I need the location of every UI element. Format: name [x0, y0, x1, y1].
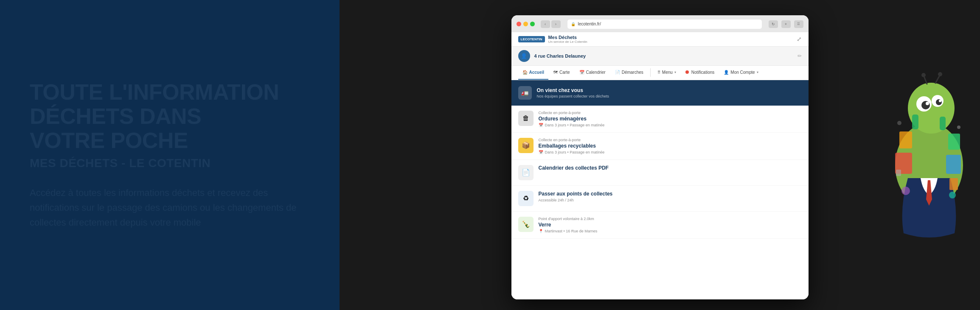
map-icon: 🗺	[553, 70, 558, 75]
svg-rect-20	[940, 117, 946, 130]
item-title-calendrier: Calendrier des collectes PDF	[539, 165, 802, 171]
nav-item-notifications[interactable]: Notifications	[681, 66, 719, 80]
list-item-verre[interactable]: 🍾 Point d'apport volontaire à 2.0km Verr…	[511, 212, 809, 239]
pdf-icon-box: 📄	[518, 165, 534, 180]
item-title-ordures: Ordures ménagères	[539, 116, 802, 122]
svg-line-10	[935, 75, 940, 83]
expand-icon[interactable]: ⤢	[797, 36, 802, 42]
svg-rect-19	[912, 115, 918, 129]
address-text: 4 rue Charles Delauney	[534, 53, 586, 59]
item-label-emballages: Collecte en porte-à-porte	[539, 138, 802, 142]
svg-point-6	[926, 102, 929, 105]
nav-label-calendrier: Calendrier	[586, 70, 606, 75]
svg-rect-13	[946, 155, 961, 174]
forward-button[interactable]: ›	[551, 20, 561, 28]
logo-badge: leCotentin	[518, 36, 545, 42]
app-header: leCotentin Mes Déchets Un service de Le …	[511, 32, 809, 47]
nav-item-demarches[interactable]: 📄 Démarches	[611, 66, 648, 80]
svg-rect-17	[949, 178, 958, 190]
nav-divider	[650, 68, 651, 77]
monster-character-svg	[887, 30, 972, 242]
demarches-icon: 📄	[615, 70, 620, 75]
header-item-collect[interactable]: 🚛 On vient chez vous Nos équipes passent…	[511, 80, 809, 106]
notification-badge	[685, 70, 689, 74]
maximize-button[interactable]	[530, 22, 535, 26]
chevron-down-icon-account: ▾	[757, 70, 758, 74]
item-label-verre: Point d'apport volontaire à 2.0km	[539, 217, 802, 221]
address-bar: 👤 4 rue Charles Delauney ✏	[511, 47, 809, 66]
nav-label-notifications: Notifications	[691, 70, 714, 75]
verre-icon-box: 🍾	[518, 217, 534, 232]
reload-button[interactable]: ↻	[769, 20, 778, 28]
lock-icon: 🔒	[571, 22, 576, 26]
grid-button[interactable]: ⠿	[794, 20, 803, 28]
user-avatar: 👤	[518, 50, 530, 62]
item-title-emballages: Emballages recyclables	[539, 143, 802, 149]
points-icon-box: ♻	[518, 191, 534, 206]
header-item-title: On vient chez vous	[537, 87, 609, 93]
list-item-points-collectes[interactable]: ♻ Passer aux points de collectes Accessi…	[511, 186, 809, 212]
item-content-emballages: Collecte en porte-à-porte Emballages rec…	[539, 138, 802, 154]
headline: TOUTE L'INFORMATION DÉCHETS DANS VOTRE P…	[30, 80, 310, 153]
svg-rect-15	[948, 134, 960, 150]
account-icon: 👤	[724, 70, 729, 75]
svg-point-22	[957, 126, 960, 129]
truck-icon: 🚛	[518, 86, 532, 100]
svg-line-8	[924, 76, 927, 84]
nav-item-moncompte[interactable]: 👤 Mon Compte ▾	[719, 66, 762, 80]
nav-label-demarches: Démarches	[622, 70, 643, 75]
item-title-points: Passer aux points de collectes	[539, 191, 802, 197]
new-tab-button[interactable]: +	[781, 20, 791, 28]
description: Accédez à toutes les informations déchet…	[30, 185, 310, 230]
main-content[interactable]: 🚛 On vient chez vous Nos équipes passent…	[511, 80, 809, 299]
url-text: lecotentin.fr/	[578, 22, 601, 26]
nav-item-calendrier[interactable]: 📅 Calendrier	[575, 66, 610, 80]
item-label-ordures: Collecte en porte-à-porte	[539, 111, 802, 115]
minimize-button[interactable]	[523, 22, 528, 26]
edit-icon[interactable]: ✏	[797, 53, 802, 59]
character-illustration	[882, 13, 976, 259]
calendar-icon: 📅	[579, 70, 584, 75]
logo-text-area: Mes Déchets Un service de Le Cotentin	[548, 35, 587, 44]
svg-point-9	[921, 73, 926, 77]
svg-point-16	[901, 187, 910, 195]
chevron-down-icon: ▾	[674, 70, 676, 74]
logo-sub-text: Un service de Le Cotentin	[548, 40, 587, 44]
list-item-emballages[interactable]: 📦 Collecte en porte-à-porte Emballages r…	[511, 133, 809, 160]
svg-rect-23	[896, 170, 901, 176]
nav-label-accueil: Accueil	[529, 70, 545, 75]
nav-label-moncompte: Mon Compte	[730, 70, 755, 75]
list-item-calendrier-pdf[interactable]: 📄 Calendrier des collectes PDF	[511, 160, 809, 186]
svg-rect-14	[899, 131, 912, 148]
home-icon: 🏠	[522, 70, 528, 75]
traffic-lights	[517, 22, 535, 26]
item-content-points: Passer aux points de collectes Accessibl…	[539, 191, 802, 202]
svg-point-18	[949, 192, 956, 198]
recycle-icon-box: 📦	[518, 138, 534, 153]
nav-bar: 🏠 Accueil 🗺 Carte 📅 Calendrier 📄 Démarch…	[511, 66, 809, 80]
nav-label-menu: Menu	[662, 70, 673, 75]
svg-point-21	[897, 121, 901, 125]
svg-point-7	[939, 100, 941, 102]
back-button[interactable]: ‹	[541, 20, 550, 28]
menu-icon: ⠿	[657, 70, 660, 75]
close-button[interactable]	[517, 22, 521, 26]
logo-main-text: Mes Déchets	[548, 35, 587, 40]
svg-point-4	[921, 101, 930, 109]
browser-window: ‹ › 🔒 lecotentin.fr/ ↻ + ⠿ leCotentin Me…	[511, 15, 809, 299]
item-meta-ordures: 📅 Dans 3 jours • Passage en matinée	[539, 123, 802, 127]
list-item-ordures[interactable]: 🗑 Collecte en porte-à-porte Ordures ména…	[511, 106, 809, 133]
nav-label-carte: Carte	[559, 70, 570, 75]
nav-item-carte[interactable]: 🗺 Carte	[549, 66, 574, 80]
item-content-ordures: Collecte en porte-à-porte Ordures ménagè…	[539, 111, 802, 127]
header-item-text: On vient chez vous Nos équipes passent c…	[537, 87, 609, 98]
item-meta-points: Accessible 24h / 24h	[539, 198, 802, 202]
left-panel: TOUTE L'INFORMATION DÉCHETS DANS VOTRE P…	[0, 0, 340, 310]
logo-area: leCotentin Mes Déchets Un service de Le …	[518, 35, 587, 44]
nav-item-accueil[interactable]: 🏠 Accueil	[518, 66, 549, 80]
url-bar[interactable]: 🔒 lecotentin.fr/	[567, 20, 762, 29]
header-item-desc: Nos équipes passent collecter vos déchet…	[537, 94, 609, 98]
nav-item-menu[interactable]: ⠿ Menu ▾	[653, 66, 680, 80]
trash-icon-box: 🗑	[518, 111, 534, 126]
browser-chrome: ‹ › 🔒 lecotentin.fr/ ↻ + ⠿	[511, 15, 809, 32]
